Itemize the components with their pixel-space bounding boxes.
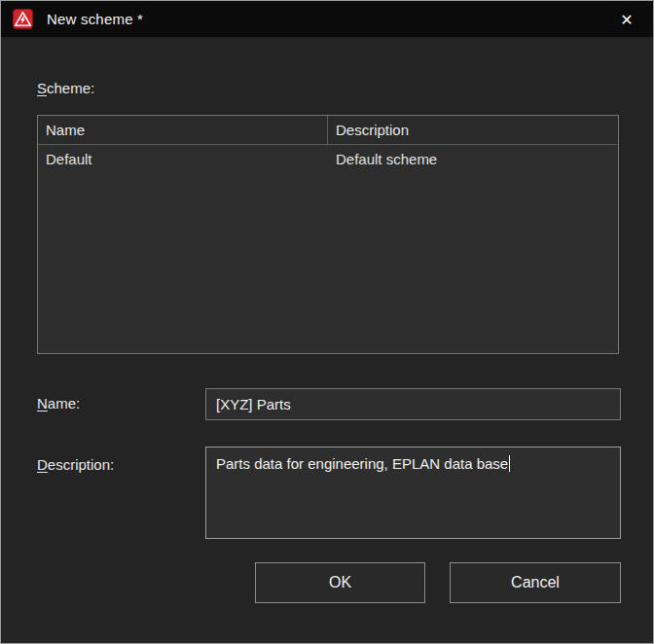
description-text: Parts data for engineering, EPLAN data b… <box>216 455 508 472</box>
table-row[interactable]: Default Default scheme <box>38 145 618 174</box>
description-textarea[interactable]: Parts data for engineering, EPLAN data b… <box>205 447 621 539</box>
title-bar[interactable]: New scheme * ✕ <box>1 1 653 37</box>
description-label-rest: escription: <box>48 456 114 473</box>
name-input[interactable] <box>205 388 621 420</box>
scheme-label-mnemonic: S <box>37 80 47 96</box>
scheme-label: Scheme: <box>37 80 94 96</box>
new-scheme-dialog: New scheme * ✕ Scheme: Name Description … <box>0 0 654 644</box>
scheme-table-header: Name Description <box>38 116 618 145</box>
text-cursor <box>509 455 510 472</box>
name-label-mnemonic: N <box>37 395 48 411</box>
description-label-mnemonic: D <box>37 456 48 473</box>
row-cell-description: Default scheme <box>328 145 618 174</box>
scheme-table: Name Description Default Default scheme <box>37 115 619 354</box>
column-header-description[interactable]: Description <box>328 116 618 144</box>
row-cell-name: Default <box>38 145 328 174</box>
dialog-title: New scheme * <box>47 11 143 27</box>
description-label: Description: <box>37 456 114 473</box>
cancel-button[interactable]: Cancel <box>450 562 621 603</box>
eplan-logo-icon <box>13 9 33 29</box>
name-label: Name: <box>37 395 80 411</box>
name-label-rest: ame: <box>48 395 80 411</box>
scheme-label-rest: cheme: <box>47 80 94 96</box>
ok-button[interactable]: OK <box>255 562 425 603</box>
close-icon[interactable]: ✕ <box>610 5 643 34</box>
column-header-name[interactable]: Name <box>38 116 328 144</box>
